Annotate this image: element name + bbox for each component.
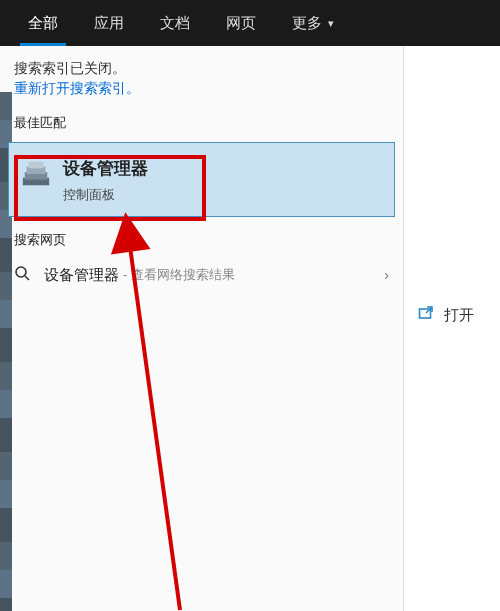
svg-line-5	[25, 276, 29, 280]
tab-docs[interactable]: 文档	[142, 0, 208, 46]
web-query: 设备管理器	[44, 266, 119, 285]
best-match-subtitle: 控制面板	[63, 186, 148, 204]
device-manager-icon	[21, 159, 51, 189]
section-best-match: 最佳匹配	[0, 108, 403, 138]
open-label: 打开	[444, 306, 474, 325]
detail-panel: 打开	[404, 46, 500, 611]
best-match-result[interactable]: 设备管理器 控制面板	[8, 142, 395, 217]
search-tabs: 全部 应用 文档 网页 更多 ▾	[0, 0, 500, 46]
tab-apps[interactable]: 应用	[76, 0, 142, 46]
best-match-title: 设备管理器	[63, 157, 148, 180]
svg-point-4	[16, 267, 26, 277]
index-notice-text: 搜索索引已关闭。	[14, 60, 389, 78]
web-search-result[interactable]: 设备管理器 - 查看网络搜索结果 ›	[0, 255, 403, 295]
search-icon	[14, 265, 32, 285]
open-action[interactable]: 打开	[418, 306, 474, 325]
svg-rect-3	[29, 162, 44, 169]
tab-more[interactable]: 更多 ▾	[274, 0, 352, 46]
chevron-right-icon: ›	[384, 267, 389, 283]
tab-web[interactable]: 网页	[208, 0, 274, 46]
index-notice: 搜索索引已关闭。 重新打开搜索索引。	[0, 46, 403, 108]
open-icon	[418, 306, 434, 325]
section-search-web: 搜索网页	[0, 225, 403, 255]
reopen-index-link[interactable]: 重新打开搜索索引。	[14, 80, 140, 98]
results-panel: 搜索索引已关闭。 重新打开搜索索引。 最佳匹配 设备管理器 控制面板 搜索网页	[0, 46, 404, 611]
chevron-down-icon: ▾	[328, 17, 334, 30]
tab-more-label: 更多	[292, 14, 322, 33]
tab-all[interactable]: 全部	[10, 0, 76, 46]
web-hint: - 查看网络搜索结果	[123, 266, 235, 284]
